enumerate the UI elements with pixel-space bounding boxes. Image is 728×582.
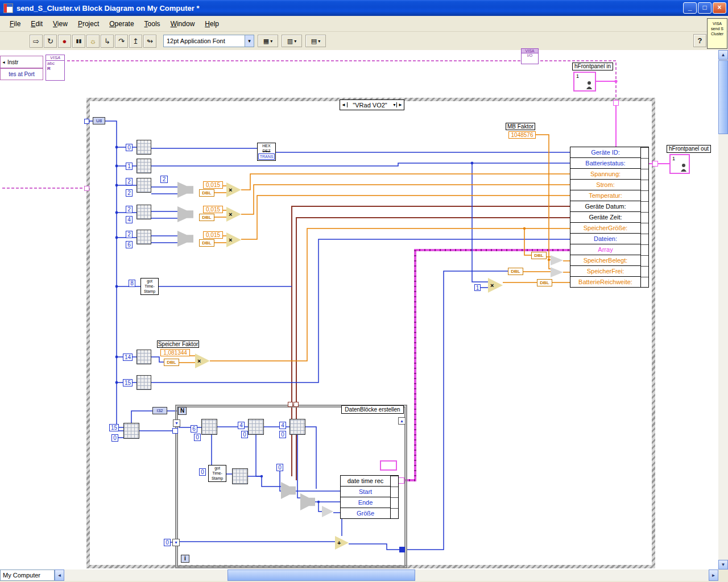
get-timestamp-node[interactable]: got Time- Stamp [208,465,226,482]
numeric-constant[interactable]: 6 [191,425,197,433]
for-loop-label[interactable]: DatenBlöcke erstellen [341,405,404,414]
to-double-node[interactable]: DBL [164,359,179,366]
loop-tunnel-sum[interactable] [399,547,405,552]
horizontal-scroll-thumb[interactable] [228,569,415,581]
float-constant[interactable]: 0,015 [203,231,223,239]
numeric-constant[interactable]: 0 [111,434,118,442]
cluster-row[interactable]: SpeicherGröße: [570,223,640,234]
numeric-constant[interactable]: 0 [276,464,283,471]
horizontal-scrollbar[interactable]: ◄ ► [55,569,718,581]
to-double-node[interactable]: DBL [199,189,214,197]
cluster-row[interactable]: Temperatur: [570,190,640,201]
date-table-row[interactable]: Start [341,487,390,497]
wire-batteriestatus[interactable] [151,163,570,166]
loop-tunnel[interactable] [172,428,178,434]
bundle-by-name-node[interactable]: Geräte ID: Batteriestatus: Spannung: Str… [570,147,641,288]
index-array-node[interactable] [289,419,305,435]
to-date-time-node[interactable] [232,468,248,484]
scroll-down-button[interactable]: ▼ [718,560,728,569]
numeric-constant[interactable]: 0 [164,539,171,546]
shift-register-left-bottom[interactable]: ▼ [172,539,180,546]
index-array-node[interactable] [136,350,151,364]
cluster-row[interactable]: Spannung: [570,169,640,180]
index-array-node[interactable] [248,419,264,435]
cluster-row[interactable]: Array [570,244,640,255]
vertical-scroll-thumb[interactable] [718,60,728,134]
mb-faktor-label[interactable]: MB Faktor [506,123,535,130]
chevron-left-icon[interactable]: ◄ [2,60,6,64]
visa-property-row[interactable]: R [46,66,64,71]
wire-mb-faktor[interactable] [536,135,551,269]
wire[interactable] [472,163,488,282]
index-array-node[interactable] [136,140,151,155]
cluster-row[interactable]: Geräte Zeit: [570,212,640,223]
cluster-row[interactable]: SpeicherFrei: [570,266,640,277]
loop-tunnel-array[interactable] [398,477,404,484]
get-timestamp-node[interactable]: got Time- Stamp [140,278,159,295]
cluster-row[interactable]: Batteriestatus: [570,158,640,169]
numeric-constant[interactable]: 0 [241,431,248,438]
frontpanel-out-label[interactable]: hFrontpanel out [667,145,711,153]
speicher-faktor-constant[interactable]: 1,081344 [160,349,190,356]
visa-resource-control[interactable]: ◄ Instr [0,56,43,68]
loop-count-terminal[interactable]: N [178,407,187,415]
cluster-row[interactable]: Geräte Datum: [570,201,640,212]
numeric-constant[interactable]: 4 [279,422,286,429]
numeric-constant[interactable]: 2 [126,206,133,213]
index-array-node[interactable] [123,423,139,439]
u8-type-label[interactable]: U8 [93,117,105,124]
cluster-row[interactable]: Dateien: [570,234,640,244]
case-next-button[interactable]: ► [396,102,404,107]
tunnel-cluster-out[interactable] [652,161,658,167]
datetime-format-icon[interactable] [380,460,397,471]
numeric-constant[interactable]: 0 [194,434,201,441]
wire-trunk[interactable] [89,121,123,431]
numeric-constant[interactable]: 1 [474,284,481,291]
index-array-node[interactable] [201,419,217,435]
index-array-node[interactable] [136,230,151,244]
execution-target-selector[interactable]: My Computer [0,569,55,581]
bundle-date-node[interactable]: date time rec Start Ende Größe [340,475,391,519]
numeric-constant[interactable]: 2 [160,176,168,183]
wire-strom[interactable] [241,185,570,214]
wire[interactable] [151,357,164,362]
tunnel-cluster-in[interactable] [613,100,619,106]
to-double-node[interactable]: DBL [199,239,214,247]
index-array-node[interactable] [136,159,151,173]
numeric-constant[interactable]: 15 [109,424,119,431]
scroll-up-button[interactable]: ▲ [718,50,728,60]
tunnel-u8[interactable] [84,119,89,124]
case-dropdown-icon[interactable]: ▼ [392,103,396,107]
float-constant[interactable]: 0,015 [203,181,223,189]
wire-speichergroesse[interactable] [210,228,570,361]
visa-property-node[interactable]: VISA abc R [46,55,65,81]
index-array-node[interactable] [136,205,151,219]
index-array-node[interactable] [136,375,151,390]
hex-to-dez-node[interactable]: HEX DEZ TRANS [257,143,276,161]
frontpanel-in-icon[interactable]: 1 [573,72,596,92]
visa-resource-value[interactable]: tes at Port [0,68,43,80]
numeric-constant[interactable]: 2 [126,231,133,238]
numeric-constant[interactable]: 1 [126,163,133,170]
case-selector-label[interactable]: "VRad VO2" [348,102,392,109]
shift-register-left[interactable]: ▼ [173,419,180,427]
cluster-row[interactable]: Geräte ID: [570,147,640,158]
numeric-constant[interactable]: 14 [123,354,133,361]
loop-tunnel[interactable] [288,402,293,407]
scroll-right-button[interactable]: ► [709,569,718,581]
float-constant[interactable]: 0,015 [203,206,223,213]
frontpanel-in-label[interactable]: hFrontpanel in [572,63,613,70]
numeric-constant[interactable]: 15 [123,379,133,386]
to-double-node[interactable]: DBL [199,214,214,221]
speicher-faktor-label[interactable]: Speicher Faktor [157,340,199,348]
visa-constant[interactable]: VISA I/O [521,48,539,64]
loop-iteration-terminal[interactable]: i [181,555,189,563]
date-table-row[interactable]: Ende [341,497,390,508]
scroll-left-button[interactable]: ◄ [55,569,64,581]
cluster-row[interactable]: Strom: [570,180,640,190]
index-array-node[interactable] [136,178,151,193]
numeric-constant[interactable]: 2 [126,189,133,197]
i32-type-label[interactable]: I32 [152,407,167,414]
to-double-node[interactable]: DBL [508,268,523,275]
visa-property-row[interactable]: abc [46,61,64,66]
